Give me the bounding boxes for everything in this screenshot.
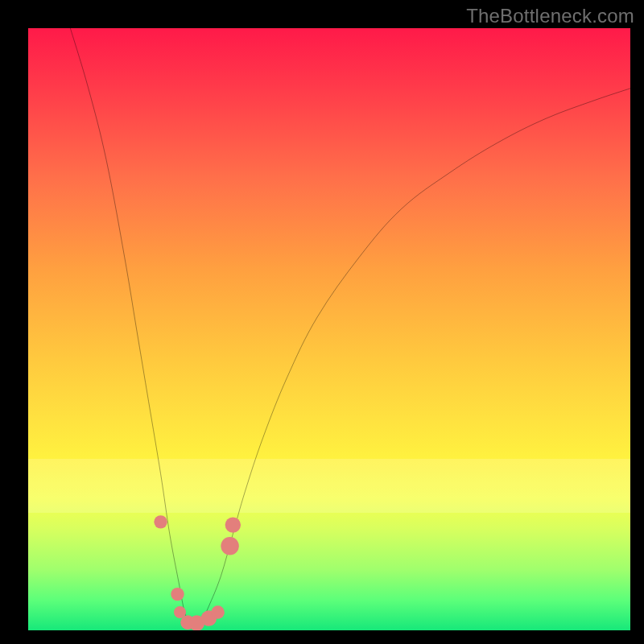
data-marker <box>171 588 184 601</box>
data-marker <box>154 515 167 528</box>
plot-area <box>28 28 630 630</box>
data-marker <box>221 537 238 555</box>
data-marker <box>211 605 224 618</box>
data-marker <box>225 517 241 532</box>
chart-frame: TheBottleneck.com <box>0 0 644 644</box>
curve-layer <box>28 28 630 630</box>
bottleneck-curve <box>70 28 630 625</box>
watermark-text: TheBottleneck.com <box>466 5 634 27</box>
marker-layer <box>154 515 241 630</box>
